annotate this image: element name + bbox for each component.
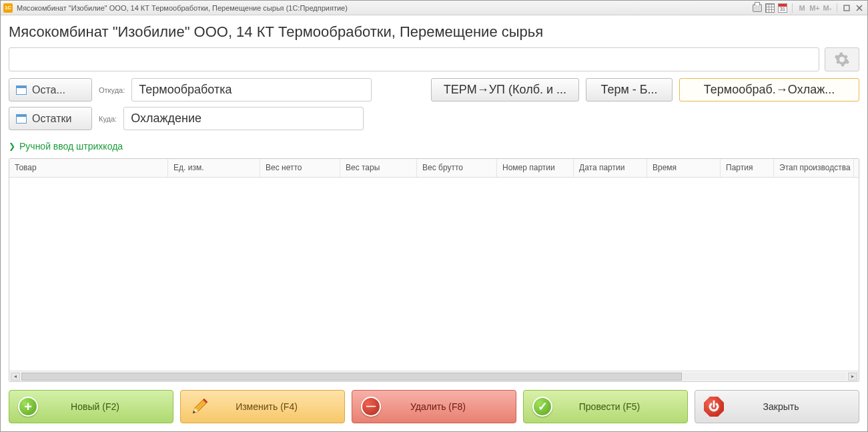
top-input-row <box>9 47 859 71</box>
column-header[interactable]: Вес тары <box>340 159 417 177</box>
from-label: Откуда: <box>99 86 125 94</box>
manual-barcode-link[interactable]: ❯ Ручной ввод штрихкода <box>9 141 859 152</box>
separator <box>792 3 793 13</box>
edit-button-label: Изменить (F4) <box>220 401 338 412</box>
chevron-right-icon: ❯ <box>9 142 15 151</box>
grid-header: ТоварЕд. изм.Вес неттоВес тарыВес брутто… <box>9 159 859 178</box>
edit-button[interactable]: Изменить (F4) <box>180 390 345 423</box>
column-header[interactable]: Партия <box>721 159 774 177</box>
column-header[interactable]: Время <box>647 159 721 177</box>
column-header[interactable]: Этап производства <box>774 159 854 177</box>
plus-icon: + <box>16 395 40 419</box>
maximize-icon[interactable] <box>841 3 852 13</box>
app-logo-icon: 1C <box>3 3 13 13</box>
from-row: Оста... Откуда: ТЕРМ→УП (Колб. и ... Тер… <box>9 78 859 101</box>
route-term-up-button[interactable]: ТЕРМ→УП (Колб. и ... <box>431 78 579 101</box>
column-header[interactable]: Дата партии <box>574 159 647 177</box>
column-header[interactable]: Номер партии <box>497 159 574 177</box>
column-header[interactable]: Товар <box>9 159 168 177</box>
window-title: Мясокомбинат "Изобилие" ООО, 14 КТ Термо… <box>17 4 752 12</box>
delete-button-label: Удалить (F8) <box>391 401 509 412</box>
window-frame: 1C Мясокомбинат "Изобилие" ООО, 14 КТ Те… <box>0 0 868 432</box>
column-header[interactable]: Вес брутто <box>417 159 497 177</box>
remains-from-button[interactable]: Оста... <box>9 78 92 101</box>
calendar-icon <box>16 114 27 124</box>
post-button[interactable]: ✓ Провести (F5) <box>523 390 688 423</box>
scroll-track[interactable] <box>21 373 847 381</box>
grid-body[interactable] <box>9 178 859 371</box>
spreadsheet-icon[interactable] <box>765 3 775 13</box>
separator <box>837 3 837 13</box>
items-grid: ТоварЕд. изм.Вес неттоВес тарыВес брутто… <box>9 158 859 382</box>
delete-button[interactable]: Удалить (F8) <box>352 390 516 423</box>
gear-icon <box>834 51 850 67</box>
calendar-icon[interactable]: 31 <box>777 3 788 13</box>
settings-button[interactable] <box>825 47 859 71</box>
scroll-thumb[interactable] <box>21 373 682 381</box>
remains-to-button[interactable]: Остатки <box>9 107 92 130</box>
remains-from-label: Оста... <box>32 84 65 96</box>
new-button-label: Новый (F2) <box>48 401 166 412</box>
column-header[interactable]: Вес нетто <box>260 159 340 177</box>
page-title: Мясокомбинат "Изобилие" ООО, 14 КТ Термо… <box>9 23 859 41</box>
new-button[interactable]: + Новый (F2) <box>9 390 173 423</box>
to-input[interactable] <box>123 107 364 130</box>
memory-mminus-button[interactable]: M- <box>822 3 833 13</box>
print-icon[interactable] <box>752 3 763 13</box>
titlebar-toolbar: 31 M M+ M- <box>752 3 865 13</box>
content-area: Мясокомбинат "Изобилие" ООО, 14 КТ Термо… <box>1 15 867 431</box>
svg-rect-0 <box>844 5 849 11</box>
route-term-ohlazh-button[interactable]: Термообраб.→Охлаж... <box>679 78 859 101</box>
main-search-input[interactable] <box>9 47 819 71</box>
route-term-b-button[interactable]: Терм - Б... <box>586 78 673 101</box>
memory-m-button[interactable]: M <box>797 3 807 13</box>
scroll-left-icon[interactable]: ◂ <box>11 373 20 381</box>
column-header[interactable]: Ед. изм. <box>168 159 260 177</box>
close-button-label: Закрыть <box>734 401 852 412</box>
calendar-icon <box>16 85 27 95</box>
close-icon[interactable] <box>854 3 865 13</box>
to-row: Остатки Куда: <box>9 107 859 130</box>
horizontal-scrollbar[interactable]: ◂ ▸ <box>9 371 859 381</box>
trash-icon <box>359 395 383 419</box>
scroll-right-icon[interactable]: ▸ <box>848 373 857 381</box>
from-input[interactable] <box>131 78 372 101</box>
post-button-label: Провести (F5) <box>562 401 681 412</box>
to-label: Куда: <box>99 115 117 123</box>
power-icon: ⏻ <box>702 395 726 419</box>
memory-mplus-button[interactable]: M+ <box>809 3 820 13</box>
pencil-icon <box>187 395 211 419</box>
close-button[interactable]: ⏻ Закрыть <box>695 390 859 423</box>
check-icon: ✓ <box>530 395 554 419</box>
manual-barcode-label: Ручной ввод штрихкода <box>19 141 123 152</box>
remains-to-label: Остатки <box>32 113 71 125</box>
footer-toolbar: + Новый (F2) Изменить (F4) Удалить (F8) … <box>9 390 859 423</box>
titlebar: 1C Мясокомбинат "Изобилие" ООО, 14 КТ Те… <box>1 1 867 15</box>
